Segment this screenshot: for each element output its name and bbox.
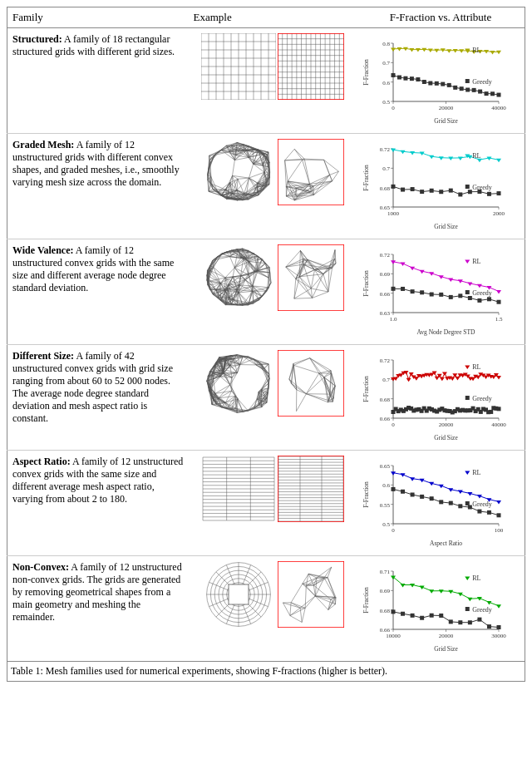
- chart-structured: 0.50.60.70.802000040000F-FractionGrid Si…: [357, 28, 525, 134]
- mesh-example-aspect-ratio: [194, 456, 352, 522]
- svg-text:F-Fraction: F-Fraction: [362, 376, 370, 402]
- svg-text:0: 0: [392, 105, 395, 111]
- family-different-size: Different Size: A family of 42 unstructu…: [7, 345, 189, 451]
- svg-text:F-Fraction: F-Fraction: [362, 270, 370, 297]
- svg-text:Aspect Ratio: Aspect Ratio: [430, 540, 462, 547]
- svg-text:100: 100: [495, 527, 504, 534]
- svg-text:0.72: 0.72: [380, 357, 391, 364]
- svg-text:Grid Size: Grid Size: [434, 434, 458, 441]
- svg-text:0.69: 0.69: [380, 588, 391, 594]
- svg-text:40000: 40000: [491, 105, 506, 111]
- svg-text:Avg Node Degree STD: Avg Node Degree STD: [416, 328, 475, 336]
- family-aspect-ratio: Aspect Ratio: A family of 12 unstructure…: [7, 451, 189, 556]
- svg-text:Greedy: Greedy: [472, 395, 492, 402]
- header-chart: F-Fraction vs. Attribute: [357, 7, 525, 28]
- svg-text:0.66: 0.66: [380, 291, 391, 298]
- family-title-non-convex: Non-Convex:: [12, 561, 69, 573]
- svg-text:0: 0: [392, 527, 395, 534]
- svg-text:30000: 30000: [491, 633, 506, 639]
- svg-text:0.6: 0.6: [382, 482, 390, 489]
- example-aspect-ratio: [189, 451, 357, 556]
- row-graded: Graded Mesh: A family of 12 unstructured…: [7, 134, 525, 239]
- row-structured: Structured: A family of 18 rectangular s…: [7, 28, 525, 134]
- example-different-size: [189, 345, 357, 451]
- svg-text:RL: RL: [472, 258, 480, 265]
- svg-text:10000: 10000: [386, 633, 401, 639]
- caption-row: Table 1: Mesh families used for numerica…: [7, 662, 525, 682]
- mesh-example-different-size: [194, 350, 352, 417]
- svg-text:40000: 40000: [491, 422, 506, 428]
- table-caption: Table 1: Mesh families used for numerica…: [7, 662, 525, 682]
- family-title-wide-valence: Wide Valence:: [12, 244, 73, 256]
- row-aspect-ratio: Aspect Ratio: A family of 12 unstructure…: [7, 451, 525, 556]
- family-non-convex: Non-Convex: A family of 12 unstructured …: [7, 556, 189, 662]
- svg-text:0.7: 0.7: [382, 377, 390, 383]
- family-title-structured: Structured:: [12, 33, 62, 45]
- svg-text:RL: RL: [472, 363, 480, 371]
- svg-text:0.5: 0.5: [382, 99, 390, 106]
- svg-text:F-Fraction: F-Fraction: [362, 587, 370, 614]
- header-example: Example: [189, 7, 357, 28]
- svg-text:1000: 1000: [387, 210, 400, 217]
- svg-text:0.69: 0.69: [380, 271, 391, 278]
- svg-text:Greedy: Greedy: [472, 78, 492, 86]
- svg-text:Greedy: Greedy: [472, 184, 492, 191]
- svg-text:Grid Size: Grid Size: [434, 645, 458, 653]
- svg-text:F-Fraction: F-Fraction: [362, 481, 370, 508]
- svg-text:0.68: 0.68: [380, 397, 391, 403]
- svg-text:0.7: 0.7: [382, 165, 390, 172]
- svg-text:Greedy: Greedy: [472, 500, 492, 508]
- row-wide-valence: Wide Valence: A family of 12 unstructure…: [7, 239, 525, 345]
- svg-text:Greedy: Greedy: [472, 606, 492, 614]
- svg-text:Grid Size: Grid Size: [434, 223, 458, 230]
- chart-wide-valence: 0.630.660.690.721.01.5F-FractionAvg Node…: [357, 239, 525, 345]
- svg-rect-1758: [278, 561, 344, 628]
- svg-text:1.5: 1.5: [495, 316, 503, 323]
- row-non-convex: Non-Convex: A family of 12 unstructured …: [7, 556, 525, 662]
- chart-aspect-ratio: 0.50.550.60.650100F-FractionAspect Ratio…: [357, 451, 525, 556]
- svg-text:0.66: 0.66: [380, 416, 391, 422]
- family-wide-valence: Wide Valence: A family of 12 unstructure…: [7, 239, 189, 345]
- mesh-example-structured: [194, 33, 352, 100]
- svg-text:F-Fraction: F-Fraction: [362, 59, 370, 86]
- svg-text:0.68: 0.68: [380, 185, 391, 192]
- chart-graded: 0.650.680.70.7210002000F-FractionGrid Si…: [357, 134, 525, 239]
- row-different-size: Different Size: A family of 42 unstructu…: [7, 345, 525, 451]
- example-non-convex: [189, 556, 357, 662]
- svg-text:0.8: 0.8: [382, 41, 390, 47]
- svg-text:0.63: 0.63: [380, 310, 391, 317]
- example-structured: [189, 28, 357, 134]
- table-header: Family Example F-Fraction vs. Attribute: [7, 7, 525, 28]
- svg-text:RL: RL: [472, 47, 480, 54]
- svg-text:0.65: 0.65: [380, 463, 391, 470]
- family-graded: Graded Mesh: A family of 12 unstructured…: [7, 134, 189, 239]
- svg-text:0.7: 0.7: [382, 60, 390, 67]
- svg-rect-1757: [229, 584, 249, 604]
- svg-text:0: 0: [392, 422, 395, 428]
- example-graded: [189, 134, 357, 239]
- svg-text:20000: 20000: [439, 422, 454, 428]
- example-wide-valence: [189, 239, 357, 345]
- svg-text:RL: RL: [472, 152, 480, 160]
- mesh-example-non-convex: [194, 561, 352, 628]
- svg-text:1.0: 1.0: [390, 316, 397, 323]
- svg-text:F-Fraction: F-Fraction: [362, 165, 370, 191]
- svg-text:RL: RL: [472, 469, 480, 476]
- svg-text:Grid Size: Grid Size: [434, 117, 458, 125]
- svg-text:0.6: 0.6: [382, 80, 390, 86]
- family-title-different-size: Different Size:: [12, 350, 74, 362]
- svg-text:20000: 20000: [439, 105, 454, 111]
- svg-text:0.55: 0.55: [380, 502, 391, 509]
- family-title-aspect-ratio: Aspect Ratio:: [12, 456, 71, 467]
- family-title-graded: Graded Mesh:: [12, 139, 74, 150]
- chart-non-convex: 0.660.680.690.71100002000030000F-Fractio…: [357, 556, 525, 662]
- chart-different-size: 0.660.680.70.7202000040000F-FractionGrid…: [357, 345, 525, 451]
- svg-text:0.5: 0.5: [382, 521, 390, 528]
- svg-text:20000: 20000: [439, 633, 454, 639]
- header-family: Family: [7, 7, 189, 28]
- svg-text:RL: RL: [472, 574, 480, 582]
- svg-text:0.71: 0.71: [380, 569, 391, 575]
- svg-text:Greedy: Greedy: [472, 289, 492, 297]
- svg-text:2000: 2000: [493, 210, 505, 217]
- svg-text:0.72: 0.72: [380, 146, 391, 153]
